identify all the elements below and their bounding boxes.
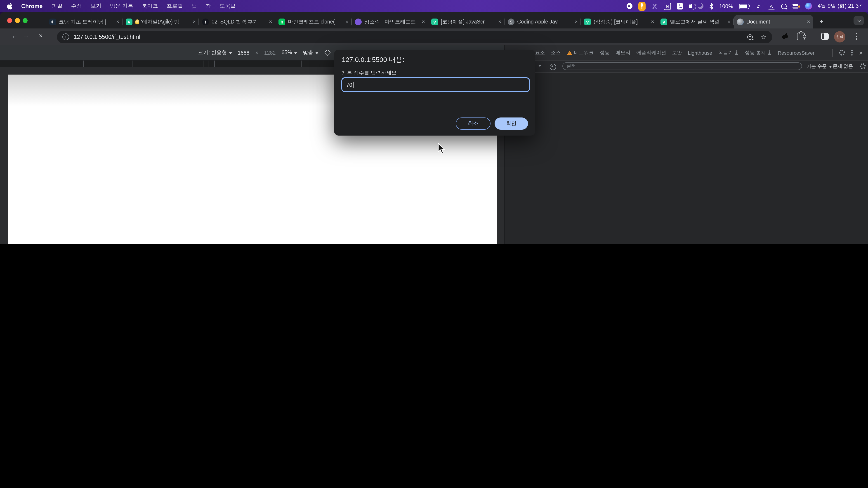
browser-tab-4[interactable]: 정소림 - 마인크래프트× (352, 15, 428, 29)
menu-item-6[interactable]: 탭 (191, 3, 197, 9)
control-center-icon[interactable] (792, 3, 799, 9)
tab-close-icon[interactable]: × (575, 19, 578, 25)
cancel-button[interactable]: 취소 (456, 118, 491, 130)
devtools-tab-8[interactable]: Lighthouse (685, 45, 715, 60)
browser-tab-0[interactable]: ✈코딩 기초 트레이닝 |× (46, 15, 123, 29)
menu-item-0[interactable]: 파일 (52, 3, 62, 9)
traffic-zoom-button[interactable] (23, 18, 28, 23)
site-info-icon[interactable]: i (62, 33, 69, 40)
tab-close-icon[interactable]: × (727, 19, 731, 25)
url-text[interactable]: 127.0.0.1:5500/if_test.html (74, 34, 141, 40)
devtools-tab-2[interactable]: 소스 (548, 45, 564, 60)
spotlight-icon[interactable] (781, 3, 786, 9)
volume-icon[interactable] (689, 4, 692, 8)
console-settings-icon[interactable] (860, 63, 866, 69)
ok-button[interactable]: 확인 (495, 118, 528, 130)
forward-button[interactable]: → (23, 32, 29, 39)
browser-tab-8[interactable]: v벨로그에서 글씨 색깔× (657, 15, 734, 29)
input-source-icon[interactable]: A (767, 3, 775, 9)
tab-favicon-velog-icon: v (584, 18, 591, 25)
viewport-height-value[interactable]: 1282 (264, 50, 276, 55)
devtools-tab-9[interactable]: 녹음기 (715, 45, 742, 60)
tab-close-icon[interactable]: × (422, 19, 425, 25)
traffic-close-button[interactable] (7, 18, 12, 23)
browser-tab-1[interactable]: v'애자일(Agile) 방× (123, 15, 199, 29)
issues-counter[interactable]: 문제 없음 (833, 63, 853, 70)
bluetooth-icon[interactable] (709, 3, 713, 9)
devtools-tab-label: Lighthouse (688, 50, 712, 55)
console-messages-area[interactable] (504, 73, 868, 244)
log-level-select[interactable]: 기본 수준 (807, 63, 832, 70)
viewport-width-value[interactable]: 1666 (238, 50, 249, 55)
menu-item-5[interactable]: 프로필 (166, 3, 183, 9)
chrome-menu-icon[interactable] (856, 33, 858, 41)
extensions-puzzle-icon[interactable] (797, 33, 805, 40)
menu-item-2[interactable]: 보기 (90, 3, 101, 9)
tab-title: 정소림 - 마인크래프트 (364, 19, 416, 24)
device-size-select[interactable]: 크기: 반응형 (198, 49, 232, 56)
traffic-minimize-button[interactable] (15, 18, 20, 23)
back-button[interactable]: ← (11, 32, 18, 39)
zoom-level-icon[interactable] (747, 34, 752, 39)
devtools-menu-icon[interactable] (851, 48, 852, 57)
screen-record-icon[interactable] (627, 3, 632, 9)
devtools-tab-7[interactable]: 보안 (669, 45, 685, 60)
prompt-input[interactable]: 70 (341, 77, 530, 92)
fit-select[interactable]: 맞춤 (303, 49, 318, 56)
console-filter-input[interactable]: 필터 (562, 62, 802, 70)
menu-item-8[interactable]: 도움말 (219, 3, 236, 9)
flask-experiment-icon (768, 50, 772, 55)
tab-close-icon[interactable]: × (807, 19, 810, 25)
mouse-cursor (438, 143, 446, 157)
window-manager-icon[interactable] (677, 3, 683, 9)
browser-tab-2[interactable]: t02. SQLD 합격 후기× (199, 15, 275, 29)
bookmark-star-icon[interactable]: ☆ (760, 33, 766, 41)
focus-moon-icon[interactable] (698, 3, 704, 9)
pen-disabled-icon[interactable] (651, 3, 658, 9)
devtools-tab-3[interactable]: 네트워크 (564, 45, 597, 60)
live-expression-eye-icon[interactable] (550, 64, 556, 70)
devtools-close-icon[interactable]: × (859, 50, 863, 56)
tab-close-icon[interactable]: × (651, 19, 654, 25)
devtools-settings-icon[interactable] (839, 50, 845, 56)
menu-bar-clock[interactable]: 4월 9일 (화) 21:37 (817, 2, 862, 10)
browser-tab-3[interactable]: b마인크래프트 clone(× (275, 15, 352, 29)
zoom-select[interactable]: 65% (282, 50, 297, 56)
console-context-select[interactable] (538, 65, 541, 68)
menu-item-1[interactable]: 수정 (71, 3, 82, 9)
tab-close-icon[interactable]: × (269, 19, 272, 25)
rabbit-extension-icon[interactable] (781, 33, 789, 40)
desktop: Chrome 파일수정보기방문 기록북마크프로필탭창도움말 N 100% A 4… (0, 0, 868, 244)
profile-avatar[interactable]: 현석 (834, 31, 845, 42)
tab-close-icon[interactable]: × (498, 19, 501, 25)
menu-item-7[interactable]: 창 (206, 3, 211, 9)
tab-search-button[interactable] (854, 16, 864, 25)
omnibox[interactable]: i 127.0.0.1:5500/if_test.html ☆ (57, 31, 772, 43)
wifi-icon[interactable] (755, 4, 762, 8)
browser-tab-5[interactable]: v[코딩애플] JavaScr× (428, 15, 504, 29)
rotate-viewport-icon[interactable] (324, 49, 331, 56)
active-app-name[interactable]: Chrome (21, 3, 42, 9)
devtools-tab-5[interactable]: 메모리 (613, 45, 633, 60)
devtools-tab-10[interactable]: 성능 통계 (742, 45, 775, 60)
tab-close-icon[interactable]: × (345, 19, 348, 25)
browser-tab-9-active[interactable]: Document× (734, 15, 813, 29)
menu-item-3[interactable]: 방문 기록 (110, 3, 133, 9)
browser-tab-6[interactable]: SCoding Apple Jav× (504, 15, 581, 29)
microphone-active-icon[interactable] (638, 2, 646, 11)
tab-close-icon[interactable]: × (193, 19, 196, 25)
new-tab-button[interactable]: + (816, 17, 827, 27)
siri-icon[interactable] (805, 3, 812, 9)
menu-item-4[interactable]: 북마크 (142, 3, 158, 9)
stop-loading-button[interactable]: × (39, 32, 43, 39)
browser-tab-7[interactable]: v(작성중) [코딩애플]× (581, 15, 657, 29)
devtools-tab-11[interactable]: ResourcesSaver (775, 45, 817, 60)
battery-percent: 100% (719, 3, 733, 9)
tab-close-icon[interactable]: × (116, 19, 119, 25)
devtools-tab-4[interactable]: 성능 (597, 45, 613, 60)
devtools-tab-6[interactable]: 애플리케이션 (633, 45, 669, 60)
apple-menu-icon[interactable] (7, 3, 13, 9)
side-panel-icon[interactable] (821, 33, 829, 39)
notion-menubar-icon[interactable]: N (664, 2, 671, 10)
tab-title: (작성중) [코딩애플] (594, 19, 638, 24)
